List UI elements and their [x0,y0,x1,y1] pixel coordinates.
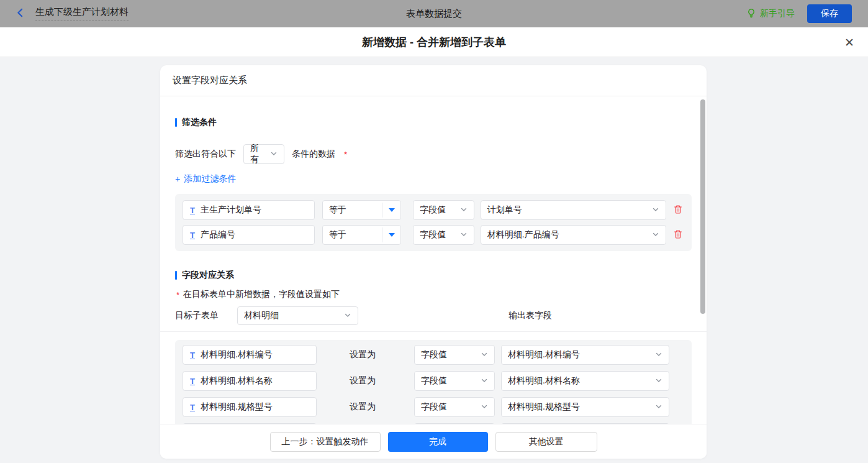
mapping-section-title: 字段对应关系 [182,270,234,281]
target-field-select[interactable]: T 材料明细.规格型号 [183,397,317,417]
chevron-down-icon [481,350,488,360]
operator-select[interactable]: 等于 [322,200,401,220]
filter-row: T 产品编号 等于 字段值 材料明细.产品编号 [183,225,684,245]
value-type-select[interactable]: 字段值 [414,397,495,417]
delete-condition-button[interactable] [672,228,684,242]
close-icon[interactable]: ✕ [844,36,854,48]
triangle-down-icon [389,208,395,212]
target-field-select[interactable]: T 材料明细.材料编号 [183,345,317,365]
chevron-down-icon [655,376,662,386]
filter-field-select[interactable]: T 产品编号 [183,225,315,245]
text-field-icon: T [190,351,195,359]
source-field-select[interactable]: 材料明细.材料编号 [501,345,669,365]
compare-value: 材料明细.产品编号 [487,229,559,241]
mapping-row: T 材料明细.材料编号 设置为 字段值 材料明细.材料编号 [183,345,684,365]
workflow-name[interactable]: 生成下级生产计划材料 [35,6,129,21]
filter-row: T 主生产计划单号 等于 字段值 计划单号 [183,200,684,220]
beginner-guide-label: 新手引导 [760,8,795,19]
value-type-value: 字段值 [421,375,447,387]
value-type-select[interactable]: 字段值 [413,225,474,245]
mapping-section-heading: 字段对应关系 [175,270,692,281]
mapping-hint-row: * 在目标表单中新增数据，字段值设置如下 [175,289,692,300]
done-button[interactable]: 完成 [388,432,488,452]
chevron-down-icon [655,350,662,360]
output-fields-header: 输出表字段 [509,310,552,321]
mapping-hint-text: 在目标表单中新增数据，字段值设置如下 [183,289,340,300]
chevron-down-icon [652,205,659,215]
text-field-icon: T [190,206,195,214]
add-filter-label: 添加过滤条件 [184,173,236,185]
filter-field-select[interactable]: T 主生产计划单号 [183,200,315,220]
compare-value-select[interactable]: 计划单号 [481,200,666,220]
topbar: 生成下级生产计划材料 表单数据提交 新手引导 保存 [0,0,868,27]
operator-dropdown-arrow[interactable] [382,227,400,242]
text-field-icon: T [190,377,195,385]
target-subform-row: 目标子表单 材料明细 输出表字段 [175,306,692,325]
other-settings-button[interactable]: 其他设置 [495,432,597,452]
topbar-right: 新手引导 保存 [746,4,868,23]
chevron-left-icon [15,7,25,20]
back-button[interactable] [15,7,25,20]
filter-intro-row: 筛选出符合以下 所有 条件的数据 * [175,144,692,164]
value-type-select[interactable]: 字段值 [413,200,474,220]
mapping-row: T 材料明细.规格型号 设置为 字段值 材料明细.规格型号 [183,397,684,417]
chevron-down-icon [481,402,488,412]
trash-icon [673,229,683,241]
trash-icon [673,204,683,216]
value-type-select[interactable]: 字段值 [414,345,495,365]
required-asterisk: * [344,150,347,159]
source-field-select[interactable]: 材料明细.规格型号 [501,397,669,417]
lightbulb-icon [746,8,756,20]
mapping-row: T 材料明细.材料名称 设置为 字段值 材料明细.材料名称 [183,371,684,391]
plus-icon: + [175,174,180,184]
delete-condition-button[interactable] [672,203,684,218]
card-title: 设置字段对应关系 [160,65,707,96]
filter-intro-prefix: 筛选出符合以下 [175,149,236,160]
filter-section-title: 筛选条件 [182,117,217,128]
settings-card: 设置字段对应关系 筛选条件 筛选出符合以下 所有 条件的数据 * + 添加过滤条… [160,65,707,459]
value-type-select[interactable]: 字段值 [414,371,495,391]
text-field-icon: T [190,403,195,411]
target-field-value: 材料明细.材料名称 [201,375,273,387]
card-footer: 上一步：设置触发动作 完成 其他设置 [160,424,707,459]
set-to-label: 设置为 [350,349,414,360]
match-mode-select[interactable]: 所有 [243,144,284,164]
operator-dropdown-arrow[interactable] [382,203,400,218]
triangle-down-icon [389,233,395,237]
operator-value: 等于 [329,204,346,216]
topbar-left: 生成下级生产计划材料 [0,6,129,21]
target-subform-value: 材料明细 [244,310,279,321]
dialog-title: 新增数据 - 合并新增到子表单 [362,35,506,50]
value-type-value: 字段值 [420,229,446,241]
chevron-down-icon [655,402,662,412]
filter-section-heading: 筛选条件 [175,117,692,128]
target-subform-select[interactable]: 材料明细 [237,306,358,325]
value-type-value: 字段值 [420,204,446,216]
section-accent-bar [175,118,177,127]
value-type-value: 字段值 [421,349,447,360]
previous-step-button[interactable]: 上一步：设置触发动作 [270,432,381,452]
filter-conditions-group: T 主生产计划单号 等于 字段值 计划单号 [175,194,692,251]
add-filter-button[interactable]: + 添加过滤条件 [175,173,236,185]
chevron-down-icon [652,230,659,240]
target-field-select[interactable]: T 材料明细.材料名称 [183,371,317,391]
section-accent-bar [175,271,177,280]
source-field-select[interactable]: 材料明细.材料名称 [501,371,669,391]
match-mode-value: 所有 [250,143,266,165]
operator-value: 等于 [329,229,346,241]
beginner-guide-button[interactable]: 新手引导 [746,8,795,20]
chevron-down-icon [270,149,278,159]
target-subform-label: 目标子表单 [175,310,219,321]
chevron-down-icon [460,205,468,215]
scrollbar-thumb[interactable] [700,99,705,314]
divider [160,331,707,332]
compare-value: 计划单号 [487,204,522,216]
operator-select[interactable]: 等于 [322,225,401,245]
chevron-down-icon [344,311,351,321]
save-button[interactable]: 保存 [807,4,852,23]
chevron-down-icon [481,376,488,386]
target-field-value: 材料明细.规格型号 [201,401,273,413]
compare-value-select[interactable]: 材料明细.产品编号 [481,225,666,245]
card-content: 筛选条件 筛选出符合以下 所有 条件的数据 * + 添加过滤条件 T 主生产计划… [160,97,707,424]
topbar-title: 表单数据提交 [406,8,462,20]
